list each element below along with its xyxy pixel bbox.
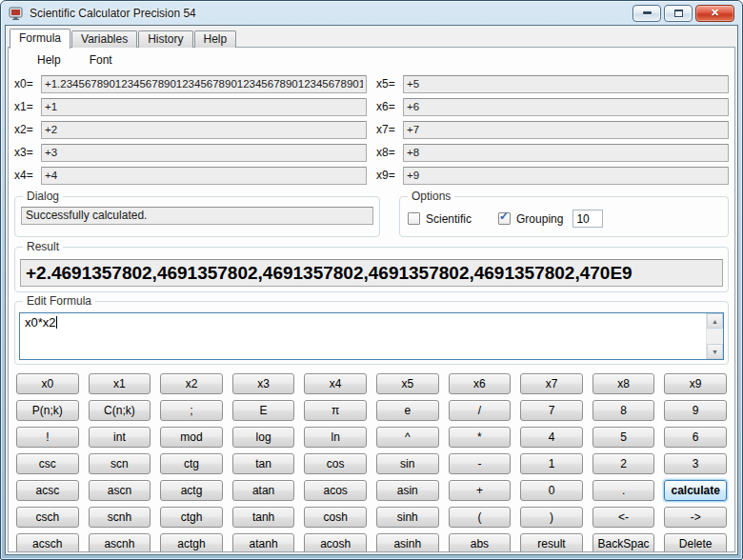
- key-tan[interactable]: tan: [232, 453, 295, 474]
- key-e[interactable]: e: [376, 400, 439, 421]
- key-plus[interactable]: +: [449, 480, 512, 501]
- key-acsch[interactable]: acsch: [16, 533, 79, 552]
- tab-variables[interactable]: Variables: [71, 30, 137, 48]
- key-acosh[interactable]: acosh: [304, 533, 367, 552]
- key-int[interactable]: int: [89, 427, 151, 448]
- key-8[interactable]: 8: [592, 400, 655, 421]
- key-atanh[interactable]: atanh: [232, 533, 295, 552]
- scientific-option[interactable]: Scientific: [408, 212, 472, 226]
- key-x5[interactable]: x5: [376, 373, 439, 394]
- tab-help[interactable]: Help: [194, 30, 237, 48]
- key-x4[interactable]: x4: [304, 373, 367, 394]
- variable-input-x0[interactable]: [41, 75, 367, 93]
- minimize-button[interactable]: [633, 5, 661, 22]
- key-6[interactable]: 6: [664, 427, 727, 448]
- key-x9[interactable]: x9: [664, 373, 727, 394]
- key-backspac[interactable]: BackSpac: [592, 533, 655, 552]
- menu-item-help[interactable]: Help: [28, 51, 70, 69]
- key-pi[interactable]: π: [304, 400, 367, 421]
- variable-input-x6[interactable]: [403, 98, 729, 116]
- key-csc[interactable]: csc: [16, 453, 79, 474]
- key-sinh[interactable]: sinh: [376, 507, 439, 528]
- key-x3[interactable]: x3: [232, 373, 295, 394]
- key-acos[interactable]: acos: [304, 480, 367, 501]
- key-minus[interactable]: -: [449, 453, 512, 474]
- key-divide[interactable]: /: [449, 400, 512, 421]
- key-actg[interactable]: actg: [160, 480, 223, 501]
- key-result[interactable]: result: [520, 533, 583, 552]
- key-acsc[interactable]: acsc: [16, 480, 79, 501]
- key-asinh[interactable]: asinh: [376, 533, 439, 552]
- key-7[interactable]: 7: [520, 400, 583, 421]
- key-delete[interactable]: Delete: [664, 533, 727, 552]
- grouping-size-input[interactable]: [572, 210, 603, 228]
- key-cosh[interactable]: cosh: [304, 507, 367, 528]
- key-csch[interactable]: csch: [16, 507, 79, 528]
- variable-input-x3[interactable]: [41, 144, 367, 162]
- key-4[interactable]: 4: [520, 427, 583, 448]
- key-x1[interactable]: x1: [89, 373, 151, 394]
- key-abs[interactable]: abs: [449, 533, 512, 552]
- key-ctgh[interactable]: ctgh: [160, 507, 223, 528]
- key-3[interactable]: 3: [664, 453, 727, 474]
- key-lparen[interactable]: (: [449, 507, 512, 528]
- key-multiply[interactable]: *: [449, 427, 512, 448]
- key-ln[interactable]: ln: [304, 427, 367, 448]
- key-cursor-right[interactable]: ->: [664, 507, 727, 528]
- key-5[interactable]: 5: [592, 427, 655, 448]
- tab-formula[interactable]: Formula: [10, 29, 70, 49]
- variable-input-x9[interactable]: [403, 167, 729, 185]
- result-field[interactable]: +2.4691357802,4691357802,4691357802,4691…: [20, 259, 723, 287]
- key-tanh[interactable]: tanh: [232, 507, 295, 528]
- grouping-label[interactable]: Grouping: [516, 212, 563, 226]
- key-cos[interactable]: cos: [304, 453, 367, 474]
- key-asin[interactable]: asin: [376, 480, 439, 501]
- key-x2[interactable]: x2: [160, 373, 223, 394]
- key-x6[interactable]: x6: [449, 373, 512, 394]
- variable-input-x5[interactable]: [403, 75, 729, 93]
- key-atan[interactable]: atan: [232, 480, 295, 501]
- key-log[interactable]: log: [232, 427, 295, 448]
- key-factorial[interactable]: !: [16, 427, 79, 448]
- key-scn[interactable]: scn: [89, 453, 151, 474]
- tab-history[interactable]: History: [138, 30, 192, 48]
- key-x8[interactable]: x8: [592, 373, 655, 394]
- key-ctg[interactable]: ctg: [160, 453, 223, 474]
- key-actgh[interactable]: actgh: [160, 533, 223, 552]
- key-x0[interactable]: x0: [16, 373, 79, 394]
- grouping-option[interactable]: ✓ Grouping: [498, 212, 563, 226]
- grouping-checkbox[interactable]: ✓: [498, 212, 511, 225]
- key-sin[interactable]: sin: [376, 453, 439, 474]
- key-9[interactable]: 9: [664, 400, 727, 421]
- key-0[interactable]: 0: [520, 480, 583, 501]
- key-1[interactable]: 1: [520, 453, 583, 474]
- scientific-checkbox[interactable]: [408, 212, 420, 225]
- scientific-label[interactable]: Scientific: [426, 212, 472, 226]
- variable-input-x2[interactable]: [41, 121, 367, 139]
- key-ascnh[interactable]: ascnh: [89, 533, 151, 552]
- key-rparen[interactable]: ): [520, 507, 583, 528]
- maximize-button[interactable]: [664, 5, 693, 22]
- key-calculate[interactable]: calculate: [664, 480, 727, 501]
- scroll-down-button[interactable]: ▼: [707, 344, 723, 359]
- variable-input-x8[interactable]: [403, 144, 729, 162]
- variable-input-x1[interactable]: [41, 98, 367, 116]
- key-exp[interactable]: E: [232, 400, 295, 421]
- key-power[interactable]: ^: [376, 427, 439, 448]
- key-2[interactable]: 2: [592, 453, 655, 474]
- key-dot[interactable]: .: [592, 480, 655, 501]
- close-button[interactable]: ✕: [695, 5, 734, 22]
- menu-item-font[interactable]: Font: [80, 51, 122, 69]
- key-semicolon[interactable]: ;: [160, 400, 223, 421]
- variable-input-x4[interactable]: [41, 167, 367, 185]
- key-comb[interactable]: C(n;k): [89, 400, 151, 421]
- key-cursor-left[interactable]: <-: [592, 507, 655, 528]
- scroll-up-button[interactable]: ▲: [707, 313, 723, 329]
- formula-editor[interactable]: x0*x2 ▲ ▼: [19, 312, 724, 360]
- editor-scrollbar[interactable]: ▲ ▼: [706, 313, 723, 359]
- variable-input-x7[interactable]: [403, 121, 729, 139]
- key-x7[interactable]: x7: [520, 373, 583, 394]
- key-perm[interactable]: P(n;k): [16, 400, 79, 421]
- key-scnh[interactable]: scnh: [89, 507, 151, 528]
- key-ascn[interactable]: ascn: [89, 480, 151, 501]
